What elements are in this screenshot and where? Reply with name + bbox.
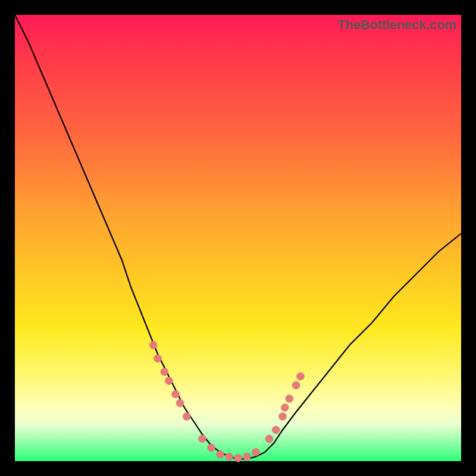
marker-dot: [217, 450, 224, 458]
chart-frame: TheBottleneck.com: [15, 15, 461, 461]
marker-dot: [172, 390, 180, 398]
marker-dot: [208, 444, 215, 452]
marker-dot: [165, 377, 173, 385]
marker-cluster-valley: [199, 435, 260, 462]
marker-dot: [272, 426, 280, 434]
marker-dot: [286, 395, 293, 403]
chart-svg: [15, 15, 461, 461]
marker-dot: [297, 372, 305, 380]
marker-dot: [252, 449, 260, 456]
marker-cluster-right: [265, 372, 305, 443]
marker-dot: [279, 413, 287, 421]
marker-dot: [234, 454, 242, 462]
bottleneck-curve: [15, 15, 461, 459]
marker-dot: [154, 355, 162, 362]
marker-dot: [243, 453, 251, 461]
marker-dot: [226, 453, 233, 461]
marker-dot: [183, 413, 190, 421]
marker-dot: [199, 435, 206, 443]
marker-dot: [265, 435, 273, 443]
marker-dot: [281, 404, 289, 412]
marker-dot: [161, 368, 168, 376]
marker-dot: [292, 381, 300, 389]
marker-dot: [149, 342, 157, 349]
marker-dot: [176, 399, 184, 407]
